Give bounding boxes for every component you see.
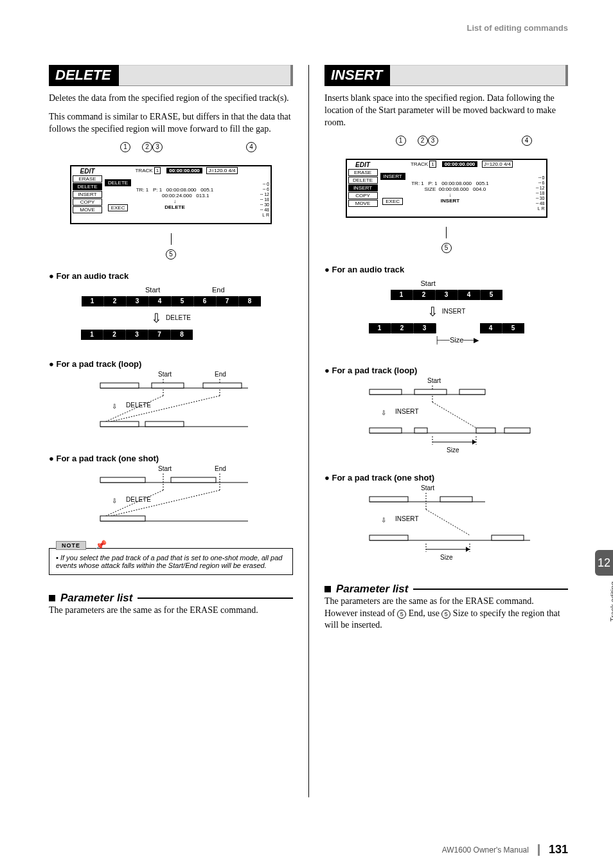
svg-rect-56 [492,535,524,540]
svg-rect-13 [100,421,139,427]
circle-5: 5 [441,243,452,253]
svg-line-11 [100,396,220,424]
svg-rect-55 [369,535,408,540]
svg-text:End: End [215,371,226,378]
delete-param-head: Parameter list [49,592,293,605]
svg-text:DELETE: DELETE [126,496,151,503]
svg-line-25 [100,490,220,518]
delete-para1: Deletes the data from the specified regi… [49,93,293,105]
svg-text:⇩: ⇩ [112,497,117,504]
delete-audio-diagram: Start End 1 2 3 4 5 6 7 8 ⇩ DELETE [49,286,293,340]
svg-rect-39 [414,428,427,433]
insert-padloop-diagram: Start ⇩ INSERT [324,375,568,459]
chapter-side-text: Track editing [609,581,613,622]
svg-rect-20 [100,477,145,483]
delete-padloop-diagram: Start End ⇩ DELETE [49,369,293,439]
svg-text:Start: Start [158,465,172,472]
svg-text:Size: Size [440,554,453,561]
header-title: List of editing commands [49,23,568,33]
insert-audio-diagram: Start 1 2 3 4 5 ⇩ INSERT 1 2 3 [324,279,568,346]
svg-line-10 [100,396,163,424]
svg-text:⇩: ⇩ [381,517,386,524]
svg-line-36 [432,402,476,428]
page-footer: AW1600 Owner's Manual 131 [0,843,613,856]
svg-rect-7 [203,383,242,388]
svg-rect-50 [440,497,472,502]
svg-text:⇩: ⇩ [112,403,117,410]
delete-title: DELETE [49,65,119,86]
product-name: AW1600 Owner's Manual [442,846,529,855]
svg-rect-6 [152,383,184,388]
delete-para2: This command is similar to ERASE, but di… [49,111,293,136]
circle-5: 5 [166,249,176,260]
down-arrow-icon: ⇩ [427,304,438,319]
insert-padone-head: For a pad track (one shot) [324,473,568,483]
delete-section: DELETE Deletes the data from the specifi… [49,65,308,797]
svg-line-53 [426,509,470,535]
svg-rect-5 [100,383,139,388]
insert-para1: Inserts blank space into the specified r… [324,93,568,129]
page-number: 131 [549,843,568,856]
insert-param-text: The parameters are the same as for the E… [324,596,568,632]
pushpin-icon: 📌 [94,540,105,550]
down-arrow-icon: ⇩ [151,310,162,326]
svg-text:Size: Size [447,447,459,454]
insert-audio-head: For an audio track [324,265,568,274]
svg-text:⇩: ⇩ [381,409,386,416]
svg-rect-31 [369,389,402,394]
insert-padloop-head: For a pad track (loop) [324,366,568,375]
insert-section: INSERT Inserts blank space into the spec… [308,65,568,797]
delete-padone-diagram: Start End ⇩ DELETE [49,463,293,534]
svg-text:INSERT: INSERT [395,408,419,415]
svg-text:Start: Start [158,371,172,378]
svg-rect-27 [100,516,145,521]
delete-screen-annotations: 1 2 3 4 [71,142,271,160]
note-label: NOTE [56,541,86,550]
svg-text:Start: Start [427,377,441,384]
svg-rect-32 [414,389,447,394]
svg-rect-21 [171,477,216,483]
delete-padloop-head: For a pad track (loop) [49,359,293,369]
svg-rect-14 [145,421,184,427]
delete-audio-head: For an audio track [49,271,293,281]
delete-lcd-screen: EDIT ERASE DELETE INSERT COPY MOVE TRACK… [70,165,272,224]
insert-title: INSERT [324,65,390,86]
svg-text:End: End [215,465,226,472]
svg-rect-33 [459,389,485,394]
svg-rect-40 [476,428,495,433]
delete-note: NOTE 📌 • If you select the pad track of … [49,548,293,575]
svg-rect-41 [504,428,530,433]
svg-line-24 [100,490,163,518]
svg-text:Start: Start [421,484,434,492]
svg-text:INSERT: INSERT [395,515,419,522]
insert-lcd-screen: EDIT ERASE DELETE INSERT COPY MOVE TRACK… [346,159,547,218]
svg-text:DELETE: DELETE [126,402,151,409]
insert-screen-annotations: 1 2 3 4 [347,136,546,154]
delete-param-text: The parameters are the same as for the E… [49,605,293,617]
delete-padone-head: For a pad track (one shot) [49,454,293,463]
insert-padone-diagram: Start ⇩ INSERT Size [324,483,568,566]
chapter-tab: 12 [595,550,613,576]
insert-param-head: Parameter list [324,583,568,596]
svg-rect-49 [369,497,408,502]
svg-rect-38 [369,428,402,433]
